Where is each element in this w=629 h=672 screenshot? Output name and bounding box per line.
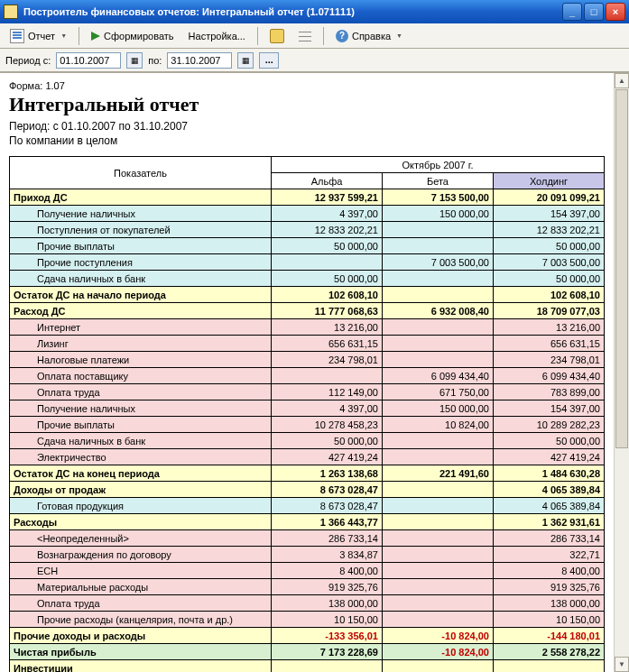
generate-button[interactable]: Сформировать <box>85 26 180 46</box>
row-value <box>272 660 383 673</box>
row-label: ЕСН <box>10 563 272 579</box>
row-value <box>382 547 493 563</box>
scrollbar-thumb[interactable] <box>615 89 628 448</box>
wizard-button[interactable] <box>264 26 291 46</box>
table-row: Лизинг656 631,15656 631,15 <box>10 336 605 352</box>
row-value <box>382 563 493 579</box>
row-value: 671 750,00 <box>382 384 493 400</box>
settings-button[interactable]: Настройка... <box>182 26 252 46</box>
table-row: Приход ДС12 937 599,217 153 500,0020 091… <box>10 189 605 206</box>
period-from-input[interactable] <box>56 52 121 69</box>
row-value <box>382 498 493 514</box>
row-value: 221 491,60 <box>382 465 493 482</box>
table-row: Электричество427 419,24427 419,24 <box>10 449 605 465</box>
row-value <box>382 352 493 368</box>
row-value: 919 325,76 <box>272 579 383 595</box>
toolbar-separator <box>323 27 324 45</box>
row-value <box>382 612 493 628</box>
row-value: 7 173 228,69 <box>272 644 383 660</box>
period-to-input[interactable] <box>167 52 232 69</box>
row-value: 4 065 389,84 <box>493 498 604 514</box>
row-value: 286 733,14 <box>272 530 383 547</box>
row-value: 13 216,00 <box>272 319 383 336</box>
maximize-button[interactable]: □ <box>584 3 604 21</box>
row-value: 50 000,00 <box>272 271 383 287</box>
row-value <box>382 433 493 449</box>
period-bar: Период с: ▦ по: ▦ ... <box>0 49 629 72</box>
row-label: Инвестиции <box>10 660 272 673</box>
period-from-calendar-button[interactable]: ▦ <box>126 52 143 69</box>
row-label: Приход ДС <box>10 189 272 206</box>
row-value: 7 153 500,00 <box>382 189 493 206</box>
vertical-scrollbar[interactable]: ▲ ▼ <box>614 73 629 672</box>
toolbar-separator <box>79 27 79 45</box>
row-value <box>382 595 493 612</box>
scroll-down-arrow-icon[interactable]: ▼ <box>615 657 629 672</box>
row-value <box>272 254 383 271</box>
row-label: Материальные расходы <box>10 579 272 595</box>
row-value: 154 397,00 <box>493 400 604 417</box>
row-value: 656 631,15 <box>272 336 383 352</box>
table-row: Оплата поставщику6 099 434,406 099 434,4… <box>10 368 605 384</box>
settings-label: Настройка... <box>189 31 245 41</box>
row-value: 4 397,00 <box>272 206 383 222</box>
row-value <box>382 579 493 595</box>
table-row: Прочие расходы (канцелярия, почта и др.)… <box>10 612 605 628</box>
row-value: -10 824,00 <box>382 644 493 660</box>
row-value: 4 397,00 <box>272 400 383 417</box>
row-value: 6 932 008,40 <box>382 303 493 319</box>
row-value: 10 289 282,23 <box>493 417 604 433</box>
magic-wand-icon <box>270 29 284 43</box>
row-value: 1 362 931,61 <box>493 514 604 530</box>
row-value <box>382 514 493 530</box>
column-header-holding: Холдинг <box>493 173 604 189</box>
help-menu-button[interactable]: ? Справка ▼ <box>329 26 409 46</box>
window-titlebar: Построитель финансовых отчетов: Интеграл… <box>0 0 629 23</box>
row-value: 150 000,00 <box>382 400 493 417</box>
row-value: 656 631,15 <box>493 336 604 352</box>
row-value <box>382 530 493 547</box>
row-label: Сдача наличных в банк <box>10 433 272 449</box>
row-value: -144 180,01 <box>493 628 604 644</box>
report-table: Показатель Октябрь 2007 г. Альфа Бета Хо… <box>9 156 605 672</box>
report-form-number: Форма: 1.07 <box>9 80 605 91</box>
row-value <box>272 368 383 384</box>
row-value: 50 000,00 <box>272 238 383 254</box>
scroll-up-arrow-icon[interactable]: ▲ <box>615 73 629 88</box>
row-value: 138 000,00 <box>272 595 383 612</box>
report-menu-button[interactable]: Отчет ▼ <box>4 26 73 46</box>
table-row: Сдача наличных в банк50 000,0050 000,00 <box>10 271 605 287</box>
row-value: 154 397,00 <box>493 206 604 222</box>
table-row: Поступления от покупателей12 833 202,211… <box>10 222 605 238</box>
row-value: 50 000,00 <box>493 433 604 449</box>
row-value: 50 000,00 <box>272 433 383 449</box>
table-row: Получение наличных4 397,00150 000,00154 … <box>10 206 605 222</box>
row-label: Лизинг <box>10 336 272 352</box>
column-header-indicator: Показатель <box>10 157 272 189</box>
table-row: Прочие выплаты10 278 458,2310 824,0010 2… <box>10 417 605 433</box>
tree-icon <box>299 30 311 42</box>
row-value: 10 278 458,23 <box>272 417 383 433</box>
row-value <box>382 287 493 303</box>
row-label: Интернет <box>10 319 272 336</box>
row-value: -10 824,00 <box>382 628 493 644</box>
period-to-calendar-button[interactable]: ▦ <box>237 52 254 69</box>
generate-label: Сформировать <box>104 31 174 41</box>
row-value: 10 824,00 <box>382 417 493 433</box>
row-label: Поступления от покупателей <box>10 222 272 238</box>
table-row: Расходы1 366 443,771 362 931,61 <box>10 514 605 530</box>
row-label: Сдача наличных в банк <box>10 271 272 287</box>
row-value <box>493 660 604 673</box>
row-label: Налоговые платежи <box>10 352 272 368</box>
row-value: 11 777 068,63 <box>272 303 383 319</box>
row-label: Прочие расходы (канцелярия, почта и др.) <box>10 612 272 628</box>
row-label: Доходы от продаж <box>10 482 272 498</box>
table-row: Остаток ДС на конец периода1 263 138,682… <box>10 465 605 482</box>
row-value: 8 400,00 <box>272 563 383 579</box>
close-button[interactable]: × <box>606 3 625 21</box>
period-ellipsis-button[interactable]: ... <box>259 52 279 69</box>
help-icon: ? <box>336 30 348 42</box>
minimize-button[interactable]: _ <box>562 3 582 21</box>
tree-button[interactable] <box>292 26 318 46</box>
row-label: Расход ДС <box>10 303 272 319</box>
